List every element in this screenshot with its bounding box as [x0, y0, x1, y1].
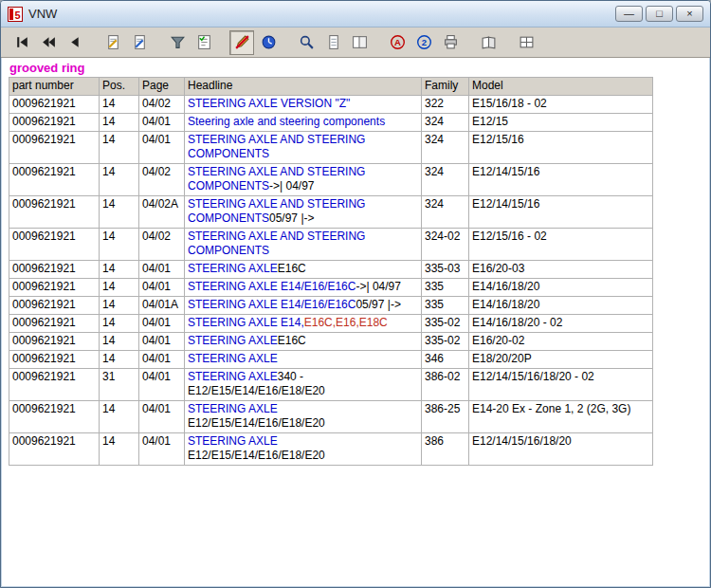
cell-pos: 14: [100, 279, 139, 297]
two-pages-icon: [352, 34, 368, 50]
toolbar-separator: [89, 30, 99, 55]
cell-model: E16/20-03: [469, 261, 653, 279]
headline-link[interactable]: STEERING AXLE E14,: [188, 316, 304, 329]
circle-2-icon: 2: [416, 34, 432, 50]
cell-part-number: 0009621921: [9, 196, 100, 229]
table-row[interactable]: 0009621921 14 04/02 STEERING AXLE VERSIO…: [9, 96, 653, 114]
headline-link[interactable]: STEERING AXLE AND STEERING COMPONENTS: [188, 133, 369, 160]
headline-text: ->| 04/97: [269, 179, 314, 193]
cell-pos: 14: [100, 351, 139, 369]
cell-headline: STEERING AXLE E14/E16/E16C->| 04/97: [185, 279, 422, 297]
cell-part-number: 0009621921: [9, 279, 100, 297]
two-page-view-button[interactable]: [347, 30, 372, 55]
zoom-button[interactable]: [294, 30, 319, 55]
table-row[interactable]: 0009621921 14 04/01 STEERING AXLEE16C 33…: [9, 261, 653, 279]
grid-view-button[interactable]: [514, 30, 538, 55]
table-row[interactable]: 0009621921 31 04/01 STEERING AXLE340 - E…: [9, 369, 653, 401]
cell-family: 335: [422, 297, 469, 315]
filter-button[interactable]: [165, 30, 190, 55]
table-row[interactable]: 0009621921 14 04/01 STEERING AXLEE16C 33…: [9, 333, 653, 351]
table-row[interactable]: 0009621921 14 04/01 STEERING AXLE E12/E1…: [9, 401, 653, 433]
catalog-button[interactable]: [476, 30, 501, 55]
col-pos: Pos.: [100, 78, 139, 96]
cell-page: 04/01: [139, 261, 185, 279]
cell-model: E12/15/16 - 02: [469, 229, 653, 261]
table-row[interactable]: 0009621921 14 04/02 STEERING AXLE AND ST…: [9, 229, 653, 261]
titlebar[interactable]: 5 VNW — □ ×: [1, 1, 710, 28]
cell-headline: STEERING AXLE340 - E12/E15/E14/E16/E18/E…: [185, 369, 422, 401]
cell-page: 04/02: [139, 96, 185, 114]
headline-link[interactable]: STEERING AXLE: [188, 352, 278, 365]
cell-pos: 14: [100, 333, 139, 351]
cell-model: E16/20-02: [469, 333, 653, 351]
headline-link[interactable]: STEERING AXLE: [188, 334, 278, 347]
history-button[interactable]: [256, 30, 281, 55]
cell-page: 04/02: [139, 229, 185, 261]
cell-part-number: 0009621921: [9, 261, 100, 279]
cell-headline: STEERING AXLE AND STEERING COMPONENTS: [185, 132, 422, 164]
headline-link[interactable]: STEERING AXLE: [188, 402, 278, 415]
table-row[interactable]: 0009621921 14 04/01 STEERING AXLE 346 E1…: [9, 351, 653, 369]
edit-document-forward-button[interactable]: [127, 30, 152, 55]
minimize-button[interactable]: —: [615, 6, 643, 22]
go-previous-button[interactable]: [63, 30, 87, 55]
cell-page: 04/01: [139, 351, 185, 369]
cell-part-number: 0009621921: [9, 297, 100, 315]
checklist-button[interactable]: [191, 30, 216, 55]
cell-headline: STEERING AXLE E14/E16/E16C05/97 |->: [185, 297, 422, 315]
headline-link[interactable]: Steering axle and steering components: [188, 115, 385, 128]
table-row[interactable]: 0009621921 14 04/01 STEERING AXLE E14,E1…: [9, 315, 653, 333]
go-first-button[interactable]: [9, 30, 34, 55]
cell-headline: Steering axle and steering components: [185, 114, 422, 132]
no-edit-button[interactable]: [229, 30, 254, 55]
annotation-a-button[interactable]: A: [385, 30, 410, 55]
headline-text: 05/97 |->: [356, 298, 400, 311]
close-button[interactable]: ×: [676, 6, 703, 22]
cell-page: 04/01: [139, 369, 185, 401]
cell-model: E15/16/18 - 02: [469, 96, 653, 114]
table-row[interactable]: 0009621921 14 04/02 STEERING AXLE AND ST…: [9, 164, 653, 196]
cell-model: E14/16/18/20 - 02: [469, 315, 653, 333]
cell-page: 04/01: [139, 315, 185, 333]
book-icon: [481, 34, 497, 50]
cell-family: 335: [422, 279, 469, 297]
cell-headline: STEERING AXLEE16C: [185, 261, 422, 279]
edit-document-back-button[interactable]: [100, 30, 125, 55]
print-button[interactable]: [438, 30, 463, 55]
headline-link[interactable]: STEERING AXLE: [188, 262, 278, 275]
annotation-2-button[interactable]: 2: [411, 30, 436, 55]
funnel-icon: [170, 34, 186, 50]
table-row[interactable]: 0009621921 14 04/02A STEERING AXLE AND S…: [9, 196, 653, 229]
cell-pos: 14: [100, 261, 139, 279]
cell-part-number: 0009621921: [9, 333, 100, 351]
cell-model: E12/14/15/16/18/20: [469, 433, 653, 466]
headline-link[interactable]: STEERING AXLE: [188, 434, 278, 448]
table-row[interactable]: 0009621921 14 04/01 STEERING AXLE AND ST…: [9, 132, 653, 164]
table-row[interactable]: 0009621921 14 04/01A STEERING AXLE E14/E…: [9, 297, 653, 315]
headline-link[interactable]: STEERING AXLE AND STEERING COMPONENTS: [188, 230, 369, 257]
cell-page: 04/02A: [139, 196, 185, 229]
go-previous-fast-button[interactable]: [36, 30, 61, 55]
page-view-button[interactable]: [320, 30, 345, 55]
app-window: 5 VNW — □ × A2 grooved ring part number …: [0, 0, 711, 588]
cell-family: 324: [422, 196, 469, 229]
svg-text:2: 2: [421, 37, 426, 47]
table-row[interactable]: 0009621921 14 04/01 Steering axle and st…: [9, 114, 653, 132]
headline-link[interactable]: STEERING AXLE VERSION "Z": [188, 97, 350, 110]
maximize-button[interactable]: □: [646, 6, 673, 22]
cell-model: E18/20/20P: [469, 351, 653, 369]
headline-link[interactable]: STEERING AXLE: [188, 370, 278, 383]
cell-pos: 14: [100, 315, 139, 333]
cell-headline: STEERING AXLE: [185, 351, 422, 369]
headline-link[interactable]: STEERING AXLE E14/E16/E16C: [188, 280, 356, 293]
headline-link[interactable]: STEERING AXLE E14/E16/E16C: [188, 298, 356, 311]
headline-text: 05/97 |->: [269, 211, 314, 225]
cell-model: E12/14/15/16: [469, 164, 653, 196]
cell-family: 386-02: [422, 369, 469, 401]
table-row[interactable]: 0009621921 14 04/01 STEERING AXLE E14/E1…: [9, 279, 653, 297]
table-row[interactable]: 0009621921 14 04/01 STEERING AXLE E12/E1…: [9, 433, 653, 466]
window-controls: — □ ×: [615, 6, 703, 22]
cell-pos: 14: [100, 229, 139, 261]
cell-pos: 31: [100, 369, 139, 401]
cell-part-number: 0009621921: [9, 164, 100, 196]
